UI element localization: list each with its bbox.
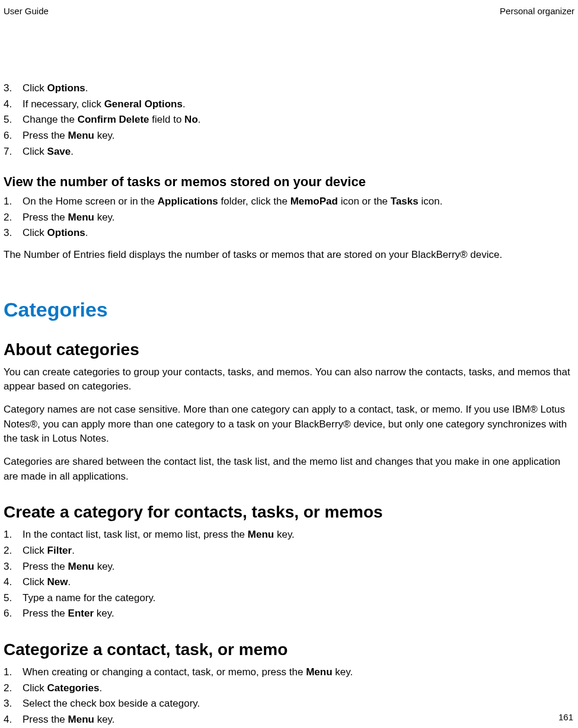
header-left: User Guide xyxy=(4,6,49,16)
list-item-number: 3. xyxy=(4,226,23,241)
list-item-text: Press the Menu key. xyxy=(23,713,574,727)
list-item-text: Select the check box beside a category. xyxy=(23,697,574,711)
list-item-text: Click Categories. xyxy=(23,681,574,696)
list-item: 2.Click Categories. xyxy=(4,681,574,696)
ordered-list-4: 1.When creating or changing a contact, t… xyxy=(4,665,574,727)
list-item-text: If necessary, click General Options. xyxy=(23,97,574,112)
paragraph-about-3: Categories are shared between the contac… xyxy=(4,455,574,484)
list-item: 7.Click Save. xyxy=(4,145,574,159)
heading-view-tasks: View the number of tasks or memos stored… xyxy=(4,174,574,190)
list-item-number: 7. xyxy=(4,145,23,159)
list-item-number: 1. xyxy=(4,665,23,680)
list-item-text: On the Home screen or in the Application… xyxy=(23,194,574,209)
list-item-number: 2. xyxy=(4,210,23,225)
list-item-text: Type a name for the category. xyxy=(23,591,574,606)
list-item: 3.Click Options. xyxy=(4,226,574,241)
list-item: 6.Press the Enter key. xyxy=(4,606,574,621)
list-item: 3.Press the Menu key. xyxy=(4,560,574,574)
header-right: Personal organizer xyxy=(500,6,574,16)
list-item-number: 6. xyxy=(4,129,23,143)
list-item-number: 3. xyxy=(4,697,23,711)
heading-categorize: Categorize a contact, task, or memo xyxy=(4,640,574,659)
list-item-text: Click Options. xyxy=(23,226,574,241)
list-item-text: Press the Menu key. xyxy=(23,210,574,225)
list-item: 4.If necessary, click General Options. xyxy=(4,97,574,112)
list-item-text: In the contact list, task list, or memo … xyxy=(23,528,574,542)
list-item: 2.Press the Menu key. xyxy=(4,210,574,225)
paragraph-entries-note: The Number of Entries field displays the… xyxy=(4,248,574,263)
list-item: 6.Press the Menu key. xyxy=(4,129,574,143)
list-item-text: Click Save. xyxy=(23,145,574,159)
heading-create-category: Create a category for contacts, tasks, o… xyxy=(4,503,574,522)
list-item-text: Press the Menu key. xyxy=(23,560,574,574)
list-item-number: 4. xyxy=(4,97,23,112)
list-item-number: 3. xyxy=(4,560,23,574)
list-item: 4.Press the Menu key. xyxy=(4,713,574,727)
paragraph-about-2: Category names are not case sensitive. M… xyxy=(4,403,574,446)
list-item-text: Click New. xyxy=(23,575,574,590)
list-item-number: 4. xyxy=(4,575,23,590)
list-item-text: Click Options. xyxy=(23,81,574,96)
list-item-text: Change the Confirm Delete field to No. xyxy=(23,113,574,127)
page-number: 161 xyxy=(558,712,573,722)
list-item-text: Press the Enter key. xyxy=(23,606,574,621)
list-item: 1.When creating or changing a contact, t… xyxy=(4,665,574,680)
list-item-number: 1. xyxy=(4,528,23,542)
heading-categories: Categories xyxy=(4,298,574,321)
list-item-number: 1. xyxy=(4,194,23,209)
page-header: User Guide Personal organizer xyxy=(0,0,578,16)
list-item: 4.Click New. xyxy=(4,575,574,590)
list-item-number: 5. xyxy=(4,113,23,127)
list-item-number: 3. xyxy=(4,81,23,96)
list-item-number: 2. xyxy=(4,544,23,558)
list-item: 1.In the contact list, task list, or mem… xyxy=(4,528,574,542)
ordered-list-2: 1.On the Home screen or in the Applicati… xyxy=(4,194,574,241)
list-item-number: 6. xyxy=(4,606,23,621)
list-item: 2.Click Filter. xyxy=(4,544,574,558)
list-item: 3.Select the check box beside a category… xyxy=(4,697,574,711)
list-item-text: When creating or changing a contact, tas… xyxy=(23,665,574,680)
list-item-text: Click Filter. xyxy=(23,544,574,558)
list-item-number: 5. xyxy=(4,591,23,606)
list-item-number: 4. xyxy=(4,713,23,727)
ordered-list-1: 3.Click Options.4.If necessary, click Ge… xyxy=(4,81,574,159)
paragraph-about-1: You can create categories to group your … xyxy=(4,365,574,394)
ordered-list-3: 1.In the contact list, task list, or mem… xyxy=(4,528,574,621)
list-item-text: Press the Menu key. xyxy=(23,129,574,143)
heading-about-categories: About categories xyxy=(4,340,574,359)
list-item: 1.On the Home screen or in the Applicati… xyxy=(4,194,574,209)
list-item-number: 2. xyxy=(4,681,23,696)
list-item: 5.Type a name for the category. xyxy=(4,591,574,606)
page-content: 3.Click Options.4.If necessary, click Ge… xyxy=(0,16,578,727)
list-item: 3.Click Options. xyxy=(4,81,574,96)
list-item: 5.Change the Confirm Delete field to No. xyxy=(4,113,574,127)
